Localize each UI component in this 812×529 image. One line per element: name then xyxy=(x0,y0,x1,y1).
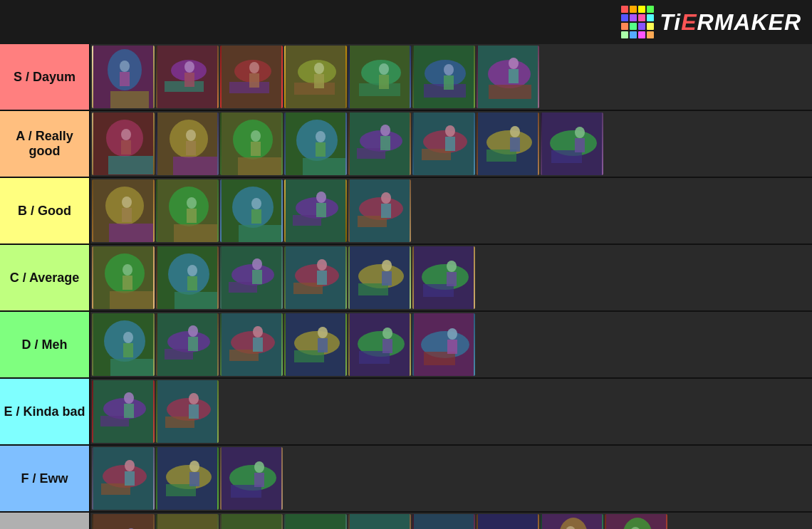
tier-card-inner-c2 xyxy=(156,246,219,309)
tier-container: S / DayumA / Really goodB / GoodC / Aver… xyxy=(0,44,812,529)
logo-cell-7 xyxy=(647,14,654,21)
tier-card-inner-d3 xyxy=(220,313,283,376)
tier-card-inner-a6 xyxy=(412,112,475,175)
tier-content-c[interactable] xyxy=(89,245,812,310)
svg-point-46 xyxy=(121,129,131,140)
logo-cell-9 xyxy=(630,23,637,30)
tier-card-f1[interactable] xyxy=(92,447,155,510)
tier-card-c4[interactable] xyxy=(284,246,347,309)
svg-point-142 xyxy=(317,259,327,271)
svg-rect-149 xyxy=(382,271,392,286)
tier-content-f[interactable] xyxy=(89,446,812,511)
tier-card-b5[interactable] xyxy=(348,179,411,242)
tier-card-c5[interactable] xyxy=(348,246,411,309)
logo-cell-8 xyxy=(621,23,628,30)
tier-card-s7[interactable] xyxy=(477,46,539,108)
svg-rect-9 xyxy=(165,81,204,92)
tier-card-inner-f2 xyxy=(156,447,219,510)
tier-card-nr1[interactable] xyxy=(92,514,155,529)
svg-rect-185 xyxy=(382,339,392,353)
logo-cell-6 xyxy=(638,14,645,21)
tier-card-inner-d4 xyxy=(284,313,347,376)
tier-card-inner-c4 xyxy=(284,246,347,309)
svg-rect-123 xyxy=(110,291,153,309)
tier-content-a[interactable] xyxy=(89,111,812,177)
tier-card-d2[interactable] xyxy=(156,313,219,376)
tier-card-inner-f3 xyxy=(220,447,283,510)
tier-card-nr9[interactable] xyxy=(605,514,667,529)
tier-card-c3[interactable] xyxy=(220,246,283,309)
tier-card-nr4[interactable] xyxy=(284,514,347,529)
tier-card-d3[interactable] xyxy=(220,313,283,376)
tier-card-a8[interactable] xyxy=(541,112,603,175)
svg-point-64 xyxy=(316,131,326,142)
tier-row-s: S / Dayum xyxy=(0,44,812,111)
tier-card-e1[interactable] xyxy=(92,380,155,443)
svg-point-10 xyxy=(184,61,194,73)
svg-point-58 xyxy=(251,130,261,142)
tier-card-nr2[interactable] xyxy=(156,514,219,529)
tier-card-a6[interactable] xyxy=(412,112,475,175)
tier-card-c6[interactable] xyxy=(412,246,475,309)
tier-card-a4[interactable] xyxy=(284,112,347,175)
svg-rect-53 xyxy=(186,141,196,155)
header: TiERMAKER xyxy=(0,0,812,44)
tier-card-s1[interactable] xyxy=(92,46,155,108)
tier-card-b1[interactable] xyxy=(92,179,155,242)
tier-card-inner-nr5 xyxy=(348,514,411,529)
tier-content-b[interactable] xyxy=(89,178,812,243)
tier-card-s4[interactable] xyxy=(284,46,347,108)
tier-content-d[interactable] xyxy=(89,312,812,377)
svg-point-220 xyxy=(254,461,264,473)
tier-content-s[interactable] xyxy=(89,44,812,110)
tier-card-b4[interactable] xyxy=(284,179,347,242)
tier-card-s5[interactable] xyxy=(348,46,411,108)
tier-card-b2[interactable] xyxy=(156,179,219,242)
tier-card-b3[interactable] xyxy=(220,179,283,242)
svg-point-154 xyxy=(447,261,457,272)
svg-point-124 xyxy=(123,264,132,276)
svg-rect-197 xyxy=(124,404,134,418)
tier-card-d4[interactable] xyxy=(284,313,347,376)
tier-card-a3[interactable] xyxy=(220,112,283,175)
svg-point-52 xyxy=(186,130,196,141)
logo-cell-15 xyxy=(647,31,654,38)
tier-card-nr5[interactable] xyxy=(348,514,411,529)
tier-card-inner-nr3 xyxy=(220,514,283,529)
svg-point-208 xyxy=(125,460,135,471)
logo-grid-icon xyxy=(621,6,654,38)
svg-rect-253 xyxy=(414,514,474,529)
tier-card-s3[interactable] xyxy=(220,46,283,108)
tier-card-c1[interactable] xyxy=(92,246,155,309)
tier-content-e[interactable] xyxy=(89,379,812,444)
tier-card-d6[interactable] xyxy=(412,313,475,376)
tier-card-d5[interactable] xyxy=(348,313,411,376)
tier-card-nr7[interactable] xyxy=(477,514,539,529)
tier-card-s6[interactable] xyxy=(412,46,475,108)
tier-card-inner-a7 xyxy=(477,112,539,175)
tier-card-nr8[interactable] xyxy=(541,514,603,529)
tier-card-f3[interactable] xyxy=(220,447,283,510)
svg-rect-223 xyxy=(93,514,153,529)
tier-card-nr3[interactable] xyxy=(220,514,283,529)
tier-card-c2[interactable] xyxy=(156,246,219,309)
tier-card-inner-b3 xyxy=(220,179,283,242)
tier-card-d1[interactable] xyxy=(92,313,155,376)
tier-card-a7[interactable] xyxy=(477,112,539,175)
tier-card-inner-s7 xyxy=(477,46,539,108)
tier-card-inner-nr2 xyxy=(156,514,219,529)
tier-card-s2[interactable] xyxy=(156,46,219,108)
tier-card-e2[interactable] xyxy=(156,380,219,443)
tier-card-inner-d2 xyxy=(156,313,219,376)
tier-card-inner-d5 xyxy=(348,313,411,376)
tier-card-a2[interactable] xyxy=(156,112,219,175)
tier-row-b: B / Good xyxy=(0,178,812,245)
svg-point-4 xyxy=(120,61,130,72)
tier-card-inner-a4 xyxy=(284,112,347,175)
tier-card-a5[interactable] xyxy=(348,112,411,175)
tier-content-nr[interactable] xyxy=(89,513,812,529)
tier-card-f2[interactable] xyxy=(156,447,219,510)
tier-card-nr6[interactable] xyxy=(412,514,475,529)
tier-label-b: B / Good xyxy=(0,178,89,243)
tier-card-a1[interactable] xyxy=(92,112,155,175)
